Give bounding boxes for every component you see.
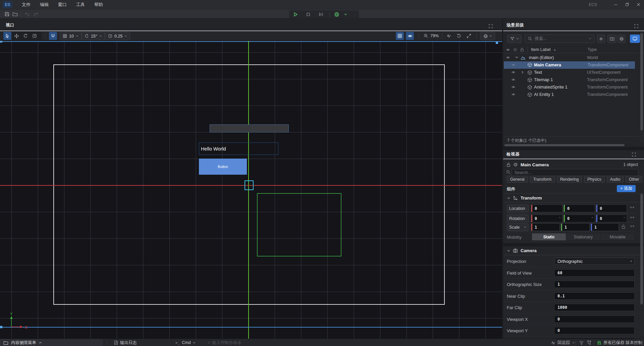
location-z-field[interactable]: 0 xyxy=(596,205,627,212)
hierarchy-horizontal-scrollbar[interactable] xyxy=(504,144,635,147)
hierarchy-search-input[interactable]: 搜索... xyxy=(525,35,594,43)
far-clip-input[interactable]: 1000 xyxy=(554,304,635,311)
visibility-toggle-icon[interactable] xyxy=(406,32,414,40)
undo-icon[interactable] xyxy=(24,11,30,17)
favorite-column-icon[interactable] xyxy=(513,48,517,52)
camera-section-header[interactable]: Camera xyxy=(503,246,644,255)
cmd-dropdown[interactable]: >_ Cmd xyxy=(175,339,196,346)
hierarchy-row-tilemap[interactable]: Tilemap 1 TransformComponent xyxy=(503,76,644,83)
filter-dropdown[interactable] xyxy=(507,35,522,43)
play-button[interactable] xyxy=(289,10,302,18)
move-tool-icon[interactable] xyxy=(12,32,20,40)
link-axes-icon[interactable] xyxy=(630,216,635,219)
tab-physics[interactable]: Physics xyxy=(584,176,604,183)
network-wifi-icon[interactable] xyxy=(579,339,584,346)
link-axes-icon[interactable] xyxy=(630,206,635,209)
all-saved-status[interactable]: 所有已保存 xyxy=(597,339,625,346)
scale-mode-dropdown[interactable]: Scale xyxy=(507,223,529,231)
panel-sprite-object[interactable] xyxy=(210,124,289,132)
guide-handle[interactable] xyxy=(0,41,2,43)
reset-view-icon[interactable] xyxy=(455,32,463,40)
inspector-search-input[interactable]: Search... xyxy=(512,169,638,176)
display-mode-button[interactable] xyxy=(630,35,640,43)
scale-y-field[interactable]: 1 xyxy=(561,223,590,231)
menu-edit[interactable]: 编辑 xyxy=(35,0,53,9)
run-target-globe-icon[interactable] xyxy=(332,10,342,18)
chevron-down-icon[interactable] xyxy=(515,56,518,58)
location-mode-dropdown[interactable]: Location xyxy=(507,205,529,212)
rotate-tool-icon[interactable] xyxy=(21,32,30,40)
content-drawer-button[interactable]: 内容侧滑菜单 xyxy=(0,339,103,346)
tab-audio[interactable]: Audio xyxy=(607,176,624,183)
hierarchy-vertical-scrollbar[interactable] xyxy=(640,33,643,143)
unlock-uniform-scale-icon[interactable] xyxy=(622,225,626,229)
tab-transform[interactable]: Transform xyxy=(530,176,555,183)
scene-canvas[interactable]: Hello World Button Y X xyxy=(0,41,502,339)
close-button[interactable] xyxy=(633,0,644,9)
menu-help[interactable]: 帮助 xyxy=(90,0,108,9)
open-folder-icon[interactable] xyxy=(12,11,18,17)
stats-pulse-icon[interactable] xyxy=(445,32,453,40)
hierarchy-expand-icon[interactable] xyxy=(634,24,638,28)
app-logo[interactable]: ES xyxy=(3,1,12,8)
grid-snap-dropdown[interactable]: 10 xyxy=(60,32,82,40)
stop-button[interactable] xyxy=(302,10,315,18)
save-icon[interactable] xyxy=(4,11,10,17)
redo-icon[interactable] xyxy=(33,11,39,17)
camera-selection-gizmo[interactable] xyxy=(245,180,254,190)
near-clip-input[interactable]: 0.1 xyxy=(554,292,635,300)
hierarchy-row-ai-entity[interactable]: AI Entity 1 TransformComponent xyxy=(503,91,644,98)
snap-magnet-icon[interactable] xyxy=(49,32,57,40)
menu-tools[interactable]: 工具 xyxy=(71,0,90,9)
rotation-y-field[interactable]: 0 ° xyxy=(564,215,595,222)
viewport-y-input[interactable]: 0 xyxy=(554,327,635,334)
link-axes-icon[interactable] xyxy=(630,225,635,228)
viewport-x-input[interactable]: 0 xyxy=(554,315,635,323)
inspector-expand-icon[interactable] xyxy=(632,153,636,157)
field-of-view-input[interactable]: 60 xyxy=(554,269,635,277)
lock-column-icon[interactable] xyxy=(520,48,524,52)
chevron-right-icon[interactable] xyxy=(522,71,524,74)
sort-ascending-icon[interactable]: ▲ xyxy=(553,48,556,51)
scale-x-field[interactable]: 1 xyxy=(531,223,560,231)
text-object[interactable]: Hello World xyxy=(199,142,278,155)
zoom-level-label[interactable]: 79% xyxy=(430,34,439,38)
version-control-button[interactable]: 版本控制 xyxy=(626,339,642,346)
mobility-static-option[interactable]: Static xyxy=(532,233,566,240)
hierarchy-row-main-camera[interactable]: Main Camera TransformComponent xyxy=(504,61,635,69)
visibility-column-icon[interactable] xyxy=(506,48,510,52)
mobility-movable-option[interactable]: Movable xyxy=(601,233,635,240)
tab-general[interactable]: General xyxy=(507,176,528,183)
scale-tool-icon[interactable] xyxy=(31,32,39,40)
guide-handle[interactable] xyxy=(0,326,2,328)
orthographic-size-input[interactable]: 1 xyxy=(554,281,635,288)
visibility-eye-icon[interactable] xyxy=(511,63,516,67)
location-x-field[interactable]: 0 xyxy=(531,205,562,212)
rotate-snap-dropdown[interactable]: 15° xyxy=(82,32,105,40)
button-object[interactable]: Button xyxy=(199,159,247,175)
scale-z-field[interactable]: 1 xyxy=(591,223,619,231)
zoom-magnifier-icon[interactable] xyxy=(422,32,430,40)
output-log-button[interactable]: 输出日志 xyxy=(114,339,137,346)
select-tool-icon[interactable] xyxy=(3,32,11,40)
location-y-field[interactable]: 0 xyxy=(564,205,595,212)
source-control-branch-icon[interactable] xyxy=(587,339,591,346)
visibility-eye-icon[interactable] xyxy=(511,70,516,74)
minimize-button[interactable] xyxy=(610,0,621,9)
tab-rendering[interactable]: Rendering xyxy=(557,176,582,183)
gear-icon[interactable] xyxy=(513,162,518,167)
menu-window[interactable]: 窗口 xyxy=(53,0,71,9)
rotation-z-field[interactable]: 0 ° xyxy=(596,215,627,222)
hierarchy-row-main[interactable]: main (Editor) World xyxy=(503,54,644,61)
mobility-stationary-option[interactable]: Stationary xyxy=(566,233,600,240)
item-label-column[interactable]: Item Label xyxy=(531,47,550,52)
step-forward-button[interactable] xyxy=(315,10,327,18)
run-target-chevron-icon[interactable] xyxy=(342,10,349,18)
tab-other[interactable]: Other xyxy=(626,176,642,183)
transform-section-header[interactable]: Transform xyxy=(503,194,644,203)
hierarchy-column-header[interactable]: Item Label ▲ Type xyxy=(503,46,644,53)
trace-dropdown[interactable]: 回追踪 xyxy=(551,339,575,346)
add-component-button[interactable]: + 添加 xyxy=(617,185,636,192)
inspector-vertical-scrollbar[interactable] xyxy=(640,194,643,336)
hierarchy-settings-button[interactable] xyxy=(618,35,626,43)
